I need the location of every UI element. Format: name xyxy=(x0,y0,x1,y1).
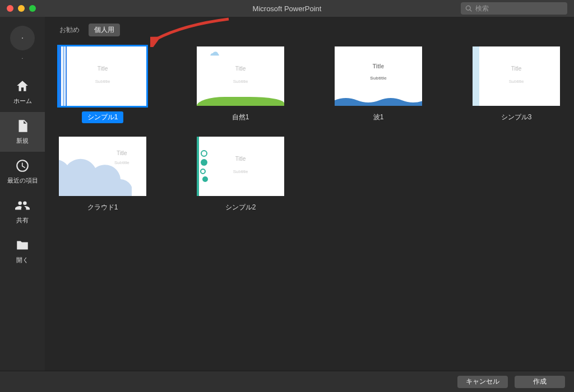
create-button[interactable]: 作成 xyxy=(515,376,565,388)
sidebar-item-label: ホーム xyxy=(13,97,32,105)
svg-point-2 xyxy=(201,169,205,174)
footer: キャンセル 作成 xyxy=(0,371,574,392)
account-label: . xyxy=(22,54,24,60)
sidebar: . ホーム 新規 最近の項目 共有 開く xyxy=(0,17,45,371)
sidebar-item-label: 共有 xyxy=(16,216,29,225)
clock-icon xyxy=(15,158,30,173)
sidebar-item-recent[interactable]: 最近の項目 xyxy=(0,152,45,192)
template-thumbnail: Title Subtitle xyxy=(59,137,146,196)
template-thumbnail: Title Subtitle xyxy=(197,46,284,106)
new-document-icon xyxy=(15,119,30,133)
svg-point-1 xyxy=(201,159,207,166)
template-card-nature1[interactable]: Title Subtitle 自然1 xyxy=(188,46,293,123)
fullscreen-window-button[interactable] xyxy=(29,5,36,12)
search-input[interactable] xyxy=(475,4,563,12)
cancel-button[interactable]: キャンセル xyxy=(457,376,508,388)
template-thumbnail: Title Subtitle xyxy=(59,46,146,106)
close-window-button[interactable] xyxy=(7,5,13,12)
template-label: 自然1 xyxy=(226,111,255,123)
content-area: お勧め 個人用 Title Subtitle シンプル1 xyxy=(45,17,574,371)
search-icon xyxy=(465,5,473,12)
sidebar-item-open[interactable]: 開く xyxy=(0,231,45,271)
svg-point-0 xyxy=(201,151,207,156)
annotation-arrow xyxy=(150,13,240,47)
template-label: シンプル1 xyxy=(82,111,124,123)
tab-personal[interactable]: 個人用 xyxy=(89,24,120,36)
minimize-window-button[interactable] xyxy=(18,5,25,12)
template-thumbnail: Title Subtitle xyxy=(197,137,284,196)
account-avatar[interactable] xyxy=(10,26,35,50)
template-label: シンプル3 xyxy=(496,111,538,123)
folder-icon xyxy=(15,238,30,253)
template-card-simple2[interactable]: Title Subtitle シンプル2 xyxy=(188,137,293,213)
template-card-simple3[interactable]: Title Subtitle シンプル3 xyxy=(464,46,568,123)
window-title: Microsoft PowerPoint xyxy=(253,4,322,13)
template-card-simple1[interactable]: Title Subtitle シンプル1 xyxy=(50,46,155,123)
templates-panel: Title Subtitle シンプル1 Title Subtitle 自然1 xyxy=(45,43,574,371)
sidebar-item-label: 最近の項目 xyxy=(7,176,38,185)
template-card-wave1[interactable]: Title Subtitle 波1 xyxy=(326,46,430,123)
tab-recommended[interactable]: お勧め xyxy=(54,24,85,36)
home-icon xyxy=(15,79,30,94)
template-tabs: お勧め 個人用 xyxy=(45,17,574,43)
sidebar-item-shared[interactable]: 共有 xyxy=(0,192,45,231)
search-box[interactable] xyxy=(461,2,567,15)
sidebar-item-label: 開く xyxy=(16,256,29,264)
template-label: シンプル2 xyxy=(220,202,262,213)
template-thumbnail: Title Subtitle xyxy=(335,46,422,106)
traffic-lights xyxy=(7,5,36,12)
template-thumbnail: Title Subtitle xyxy=(473,46,560,106)
template-label: クラウド1 xyxy=(82,202,124,213)
svg-point-3 xyxy=(202,176,208,182)
sidebar-item-new[interactable]: 新規 xyxy=(0,112,45,152)
template-label: 波1 xyxy=(368,111,390,123)
people-icon xyxy=(15,198,30,213)
sidebar-item-home[interactable]: ホーム xyxy=(0,72,45,112)
template-card-cloud1[interactable]: Title Subtitle クラウド1 xyxy=(50,137,155,213)
sidebar-item-label: 新規 xyxy=(16,137,29,145)
titlebar: Microsoft PowerPoint xyxy=(0,0,574,17)
